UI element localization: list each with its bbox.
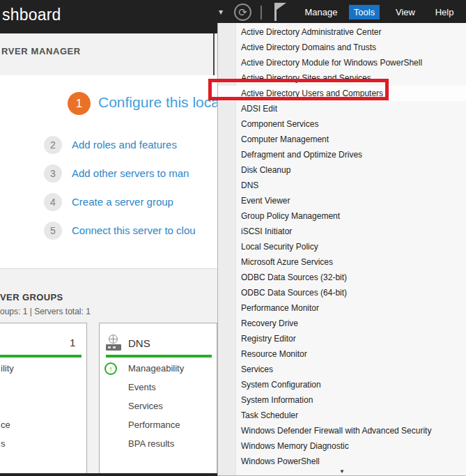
menu-item-group-policy-management[interactable]: Group Policy Management	[218, 208, 466, 224]
menu-help[interactable]: Help	[430, 5, 458, 20]
menu-item-windows-powershell[interactable]: Windows PowerShell	[218, 454, 466, 469]
menu-item-resource-monitor[interactable]: Resource Monitor	[218, 346, 466, 362]
menu-item-ad-module-powershell[interactable]: Active Directory Module for Windows Powe…	[218, 55, 466, 70]
menu-item-computer-management[interactable]: Computer Management	[218, 132, 466, 147]
menu-item-odbc-32[interactable]: ODBC Data Sources (32-bit)	[218, 270, 466, 285]
menu-item-windows-defender-firewall[interactable]: Windows Defender Firewall with Advanced …	[218, 423, 466, 438]
dns-tile-title[interactable]: DNS	[128, 337, 150, 349]
menu-item-disk-cleanup[interactable]: Disk Cleanup	[218, 162, 466, 178]
menu-item-event-viewer[interactable]: Event Viewer	[218, 193, 466, 208]
dns-row-manageability[interactable]: Manageability	[128, 363, 184, 374]
chevron-down-icon[interactable]: ▾	[219, 7, 223, 17]
menu-item-task-scheduler[interactable]: Task Scheduler	[218, 408, 466, 423]
menu-tools[interactable]: Tools	[349, 5, 380, 20]
server-manager-window: shboard ▾ ⟳ Manage Tools View Help RVER …	[0, 0, 466, 476]
notification-flag-icon[interactable]	[274, 3, 288, 21]
refresh-icon[interactable]: ⟳	[234, 3, 251, 21]
add-other-servers-link[interactable]: Add other servers to man	[72, 167, 189, 179]
dns-row-bpa-results[interactable]: BPA results	[128, 438, 174, 449]
dns-row-services[interactable]: Services	[128, 401, 163, 411]
step-2-badge: 2	[44, 136, 62, 154]
menu-item-defragment-optimize-drives[interactable]: Defragment and Optimize Drives	[218, 147, 466, 162]
role-tile-row-performance[interactable]: ce	[1, 420, 10, 430]
add-roles-features-link[interactable]: Add roles and features	[72, 139, 177, 151]
role-tile-status-line	[0, 355, 81, 358]
flag-pennant	[277, 3, 286, 10]
page-title: RVER MANAGER	[1, 46, 81, 56]
highlight-annotation-box	[208, 79, 389, 100]
menu-item-system-configuration[interactable]: System Configuration	[218, 377, 466, 392]
menu-item-adsi-edit[interactable]: ADSI Edit	[218, 101, 466, 116]
menu-item-performance-monitor[interactable]: Performance Monitor	[218, 300, 466, 316]
menu-item-registry-editor[interactable]: Registry Editor	[218, 331, 466, 346]
menu-item-iscsi-initiator[interactable]: iSCSI Initiator	[218, 224, 466, 239]
menu-item-dns[interactable]: DNS	[218, 178, 466, 193]
dns-row-events[interactable]: Events	[128, 382, 156, 392]
manageability-up-icon: ↑	[104, 362, 117, 375]
step-5-badge: 5	[44, 222, 62, 240]
menu-item-microsoft-azure-services[interactable]: Microsoft Azure Services	[218, 254, 466, 270]
menu-manage[interactable]: Manage	[302, 5, 341, 20]
server-box-icon	[106, 344, 121, 351]
role-tile-server-count: 1	[70, 337, 75, 348]
role-tile-row-bpa[interactable]: s	[1, 438, 6, 449]
menu-item-system-information[interactable]: System Information	[218, 392, 466, 408]
dashboard-title: shboard	[2, 6, 61, 24]
server-groups-summary: oups: 1 | Servers total: 1	[0, 307, 91, 316]
scroll-down-icon[interactable]: ▼	[218, 468, 466, 475]
globe-icon	[109, 335, 118, 344]
window-edge-line	[213, 33, 215, 75]
server-groups-heading: VER GROUPS	[0, 292, 63, 302]
menu-item-recovery-drive[interactable]: Recovery Drive	[218, 316, 466, 331]
menu-item-component-services[interactable]: Component Services	[218, 116, 466, 132]
step-1-badge: 1	[68, 92, 91, 115]
create-server-group-link[interactable]: Create a server group	[72, 196, 173, 208]
menu-item-ad-domains-trusts[interactable]: Active Directory Domains and Trusts	[218, 40, 466, 55]
menu-item-windows-memory-diagnostic[interactable]: Windows Memory Diagnostic	[218, 438, 466, 454]
menu-view[interactable]: View	[391, 5, 419, 20]
dns-server-icon	[106, 335, 121, 351]
toolbar-divider	[261, 6, 262, 20]
menu-item-local-security-policy[interactable]: Local Security Policy	[218, 239, 466, 254]
dns-tile-status-line	[106, 355, 212, 358]
connect-cloud-services-link[interactable]: Connect this server to clou	[72, 224, 196, 236]
step-4-badge: 4	[44, 193, 62, 211]
taskbar-edge	[0, 473, 217, 476]
menu-item-services[interactable]: Services	[218, 362, 466, 377]
role-tile-row-manageability[interactable]: ility	[1, 363, 14, 374]
step-3-badge: 3	[44, 164, 62, 183]
dns-row-performance[interactable]: Performance	[128, 420, 180, 430]
menu-item-ad-administrative-center[interactable]: Active Directory Administrative Center	[218, 24, 466, 40]
menu-item-odbc-64[interactable]: ODBC Data Sources (64-bit)	[218, 285, 466, 300]
